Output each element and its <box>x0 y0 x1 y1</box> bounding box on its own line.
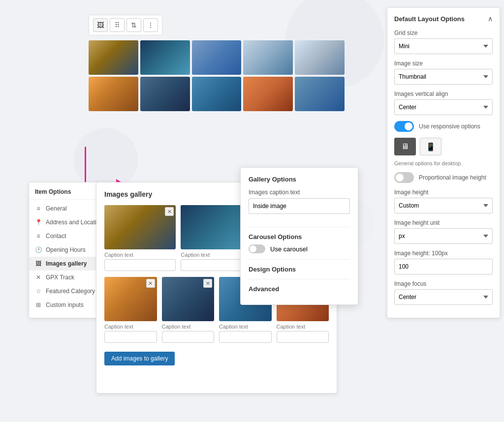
add-images-button[interactable]: Add images to gallery <box>104 352 175 365</box>
preview-toolbar: 🖼 ⠿ ⇅ ⋮ <box>89 15 162 35</box>
general-icon: ≡ <box>35 205 42 212</box>
proportional-label: Proportional image height <box>419 174 486 181</box>
preview-img-10 <box>295 77 345 111</box>
image-size-group: Image size Thumbnail Medium Large Full <box>394 60 493 85</box>
grid-size-select[interactable]: Mini Small Medium Large <box>394 38 493 54</box>
image-thumb-5: ✕ <box>162 277 215 321</box>
advanced-title: Advanced <box>249 285 350 293</box>
grid-size-group: Grid size Mini Small Medium Large <box>394 30 493 54</box>
height-unit-group: Image height unit px em rem % vh <box>394 219 493 244</box>
collapse-button[interactable]: ∧ <box>488 15 493 23</box>
preview-img-5 <box>295 40 345 75</box>
image-size-label: Image size <box>394 60 493 67</box>
proportional-toggle-knob <box>396 174 404 181</box>
preview-img-7 <box>140 77 190 111</box>
divider-2 <box>249 259 350 260</box>
preview-img-1 <box>89 40 138 75</box>
address-icon: 📍 <box>35 219 42 226</box>
height-unit-label: Image height unit <box>394 219 493 226</box>
image-size-select[interactable]: Thumbnail Medium Large Full <box>394 69 493 85</box>
proportional-toggle-row: Proportional image height <box>394 172 493 183</box>
featured-icon: ☆ <box>35 288 42 295</box>
remove-image-4[interactable]: ✕ <box>146 279 155 288</box>
desktop-note: General options for desktop. <box>394 160 493 166</box>
caption-input-4[interactable] <box>104 331 157 343</box>
vertical-align-group: Images vertical align Top Center Bottom <box>394 90 493 115</box>
desktop-tab[interactable]: 🖥 <box>394 138 416 155</box>
menu-icon-btn[interactable]: ⋮ <box>143 18 158 32</box>
divider-1 <box>249 227 350 227</box>
responsive-label: Use responsive options <box>419 123 480 130</box>
images-caption-input[interactable] <box>249 198 350 214</box>
images-caption-label: Images caption text <box>249 189 350 196</box>
image-height-select[interactable]: Auto Custom <box>394 198 493 213</box>
caption-input-6[interactable] <box>219 331 272 343</box>
gallery-options-title: Gallery Options <box>249 176 350 183</box>
vertical-align-label: Images vertical align <box>394 90 493 97</box>
image-thumb-1: ✕ <box>104 205 176 249</box>
responsive-toggle-row: Use responsive options <box>394 121 493 132</box>
height-value-label: Image height: 100px <box>394 250 493 257</box>
caption-label-5: Caption text <box>162 324 215 330</box>
caption-label-4: Caption text <box>104 324 157 330</box>
height-value-group: Image height: 100px <box>394 250 493 274</box>
divider-3 <box>249 279 350 279</box>
caption-label-1: Caption text <box>104 252 176 258</box>
carousel-label: Use carousel <box>270 245 308 253</box>
image-card-5: ✕ Caption text <box>162 277 215 343</box>
hours-icon: 🕐 <box>35 246 42 253</box>
caption-input-1[interactable] <box>104 259 176 271</box>
grid-size-label: Grid size <box>394 30 493 36</box>
design-options-title: Design Options <box>249 266 350 273</box>
preview-img-2 <box>140 40 190 75</box>
responsive-toggle[interactable] <box>394 121 414 132</box>
right-panel-header: Default Layout Options ∧ <box>394 15 493 23</box>
preview-img-6 <box>89 77 138 111</box>
gallery-options-popup: Gallery Options Images caption text Caro… <box>240 167 358 305</box>
image-height-group: Image height Auto Custom <box>394 189 493 213</box>
image-focus-group: Image focus Center Top Bottom Left Right <box>394 280 493 305</box>
proportional-toggle[interactable] <box>394 172 414 183</box>
preview-img-8 <box>192 77 242 111</box>
arrows-icon-btn[interactable]: ⇅ <box>126 18 141 32</box>
image-focus-label: Image focus <box>394 280 493 287</box>
responsive-toggle-knob <box>405 122 412 130</box>
caption-label-7: Caption text <box>277 324 329 330</box>
custom-icon: ⊞ <box>35 301 42 308</box>
caption-input-7[interactable] <box>277 331 329 343</box>
height-unit-select[interactable]: px em rem % vh <box>394 228 493 244</box>
gallery-nav-icon: 🖼 <box>35 260 42 267</box>
image-thumb-4: ✕ <box>104 277 157 321</box>
device-tabs: 🖥 📱 <box>394 138 493 155</box>
right-panel: Default Layout Options ∧ Grid size Mini … <box>387 7 500 318</box>
contact-icon: ≡ <box>35 233 42 240</box>
carousel-toggle-knob <box>250 245 256 252</box>
remove-image-1[interactable]: ✕ <box>165 207 174 216</box>
carousel-row: Use carousel <box>249 244 350 253</box>
image-icon-btn[interactable]: 🖼 <box>93 18 108 32</box>
image-card-1: ✕ Caption text <box>104 205 176 271</box>
vertical-align-select[interactable]: Top Center Bottom <box>394 99 493 115</box>
remove-image-5[interactable]: ✕ <box>203 279 212 288</box>
preview-img-4 <box>243 40 293 75</box>
grid-icon-btn[interactable]: ⠿ <box>110 18 125 32</box>
carousel-toggle[interactable] <box>249 244 265 253</box>
image-height-label: Image height <box>394 189 493 196</box>
preview-img-3 <box>192 40 242 75</box>
top-preview: 🖼 ⠿ ⇅ ⋮ <box>89 15 345 111</box>
image-focus-select[interactable]: Center Top Bottom Left Right <box>394 289 493 305</box>
caption-label-6: Caption text <box>219 324 272 330</box>
image-card-4: ✕ Caption text <box>104 277 157 343</box>
carousel-options-title: Carousel Options <box>249 233 350 241</box>
gpx-icon: ✕ <box>35 274 42 281</box>
preview-img-9 <box>243 77 293 111</box>
caption-input-5[interactable] <box>162 331 215 343</box>
height-value-input[interactable] <box>394 259 493 274</box>
mobile-tab[interactable]: 📱 <box>420 138 441 155</box>
preview-gallery-grid <box>89 40 345 111</box>
right-panel-title: Default Layout Options <box>394 15 465 23</box>
